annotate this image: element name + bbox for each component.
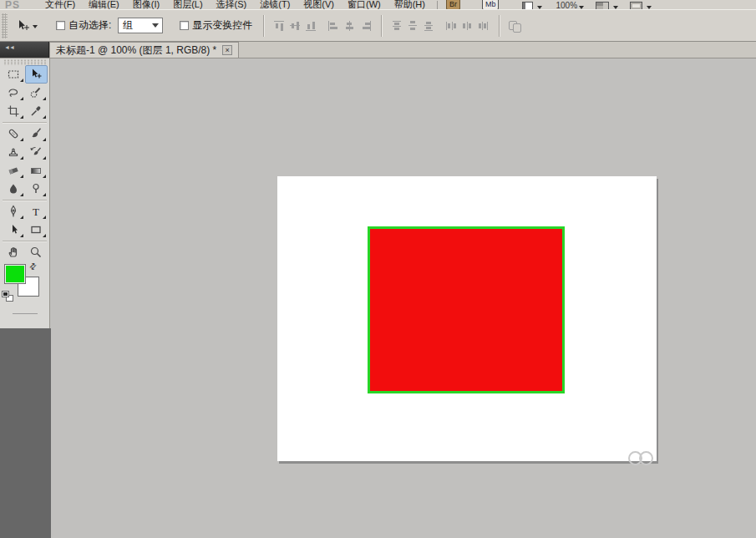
launch-bridge-button[interactable]: Br	[446, 0, 460, 9]
type-tool[interactable]: T	[25, 202, 48, 221]
distribute-vertical-centers-icon[interactable]	[406, 20, 420, 32]
options-bar: 自动选择: 组 显示变换控件	[0, 9, 756, 42]
align-left-edges-icon[interactable]	[327, 20, 341, 32]
eyedropper-tool[interactable]	[25, 102, 48, 120]
zoom-level-value[interactable]: 100%	[556, 1, 577, 9]
dodge-tool[interactable]	[25, 180, 48, 198]
auto-select-label: 自动选择:	[68, 18, 111, 33]
menu-file[interactable]: 文件(F)	[38, 0, 82, 9]
move-tool[interactable]	[25, 65, 48, 84]
svg-text:T: T	[33, 206, 39, 218]
distribute-right-edges-icon[interactable]	[476, 20, 490, 32]
chevron-down-icon[interactable]	[647, 6, 652, 9]
distribute-horizontal-centers-icon[interactable]	[460, 20, 474, 32]
tools-panel-grip[interactable]	[3, 59, 46, 65]
mb-button[interactable]: Mb	[482, 0, 500, 9]
brush-tool[interactable]	[25, 124, 48, 143]
divider	[13, 313, 38, 314]
separator	[263, 15, 264, 37]
lasso-tool[interactable]	[3, 84, 25, 102]
swap-colors-icon[interactable]: ⇄	[27, 261, 38, 272]
menu-image[interactable]: 图像(I)	[126, 0, 166, 9]
workspace-icon[interactable]	[596, 2, 609, 9]
distribute-bottom-edges-icon[interactable]	[422, 20, 436, 32]
show-transform-checkbox[interactable]	[180, 21, 189, 30]
auto-select-checkbox[interactable]	[56, 21, 65, 30]
default-colors-icon[interactable]	[2, 291, 15, 303]
chevron-down-icon[interactable]	[613, 6, 618, 9]
menu-select[interactable]: 选择(S)	[210, 0, 254, 9]
align-bottom-edges-icon[interactable]	[304, 20, 318, 32]
clone-stamp-tool[interactable]	[3, 143, 25, 161]
divider	[3, 241, 47, 241]
document-tab[interactable]: 未标题-1 @ 100% (图层 1, RGB/8) * ×	[49, 42, 239, 58]
separator	[381, 15, 382, 37]
path-selection-tool[interactable]	[3, 221, 25, 239]
document-canvas[interactable]	[277, 176, 657, 461]
quick-selection-tool[interactable]	[25, 84, 48, 102]
auto-select-dropdown[interactable]: 组	[118, 18, 163, 33]
align-top-edges-icon[interactable]	[272, 20, 287, 32]
rectangular-marquee-tool[interactable]	[3, 65, 25, 84]
menu-view[interactable]: 视图(V)	[297, 0, 341, 9]
separator	[499, 15, 500, 37]
photoshop-logo: PS	[5, 0, 20, 9]
align-horizontal-centers-icon[interactable]	[342, 20, 357, 32]
menu-layer[interactable]: 图层(L)	[166, 0, 209, 9]
document-tab-title: 未标题-1 @ 100% (图层 1, RGB/8) *	[56, 43, 216, 58]
gradient-icon	[31, 168, 41, 174]
screen-mode-icon[interactable]	[630, 2, 642, 9]
hand-tool[interactable]	[3, 243, 25, 261]
chevron-down-icon	[152, 23, 159, 31]
pen-tool[interactable]	[3, 202, 25, 221]
double-arrow-icon: ◄◄	[4, 44, 14, 50]
left-dock-empty-area	[0, 328, 51, 538]
distribute-top-edges-icon[interactable]	[390, 20, 404, 32]
color-swatches: ⇄	[0, 261, 49, 307]
foreground-color-swatch[interactable]	[4, 264, 26, 284]
drawn-rectangle	[368, 226, 565, 393]
rectangle-shape-tool[interactable]	[25, 221, 48, 239]
menu-filter[interactable]: 滤镜(T)	[253, 0, 297, 9]
blur-tool[interactable]	[3, 180, 25, 198]
auto-select-value: 组	[119, 18, 152, 33]
chevron-down-icon[interactable]	[537, 6, 542, 9]
gradient-tool[interactable]	[25, 161, 48, 180]
eraser-tool[interactable]	[3, 161, 25, 180]
menu-edit[interactable]: 编辑(E)	[82, 0, 126, 9]
align-vertical-centers-icon[interactable]	[288, 20, 302, 32]
crop-tool[interactable]	[3, 102, 25, 120]
spot-healing-brush-tool[interactable]	[3, 124, 25, 143]
zoom-tool[interactable]	[25, 243, 48, 261]
document-tab-bar: ◄◄ 未标题-1 @ 100% (图层 1, RGB/8) * ×	[0, 42, 756, 58]
watermark-circles	[628, 449, 662, 468]
move-tool-icon	[16, 19, 31, 33]
menu-separator	[437, 1, 438, 9]
move-tool-preset[interactable]	[13, 18, 41, 34]
options-bar-grip[interactable]	[2, 13, 8, 38]
show-transform-label: 显示变换控件	[192, 18, 252, 33]
divider	[3, 200, 47, 200]
canvas-area	[51, 58, 756, 538]
chevron-down-icon[interactable]	[579, 6, 584, 9]
align-right-edges-icon[interactable]	[358, 20, 373, 32]
view-extras-icon[interactable]	[522, 2, 533, 9]
close-icon[interactable]: ×	[222, 45, 232, 55]
divider	[3, 122, 47, 123]
auto-align-layers-icon[interactable]	[508, 20, 522, 32]
menu-help[interactable]: 帮助(H)	[388, 0, 432, 9]
menu-window[interactable]: 窗口(W)	[341, 0, 388, 9]
workspace: T ⇄	[0, 58, 756, 538]
tools-panel: T ⇄	[0, 58, 50, 328]
collapse-panels-button[interactable]: ◄◄	[0, 42, 49, 58]
chevron-down-icon[interactable]	[33, 25, 38, 31]
history-brush-tool[interactable]	[25, 143, 48, 161]
menu-bar: PS 文件(F) 编辑(E) 图像(I) 图层(L) 选择(S) 滤镜(T) 视…	[0, 0, 756, 9]
distribute-left-edges-icon[interactable]	[444, 20, 459, 32]
